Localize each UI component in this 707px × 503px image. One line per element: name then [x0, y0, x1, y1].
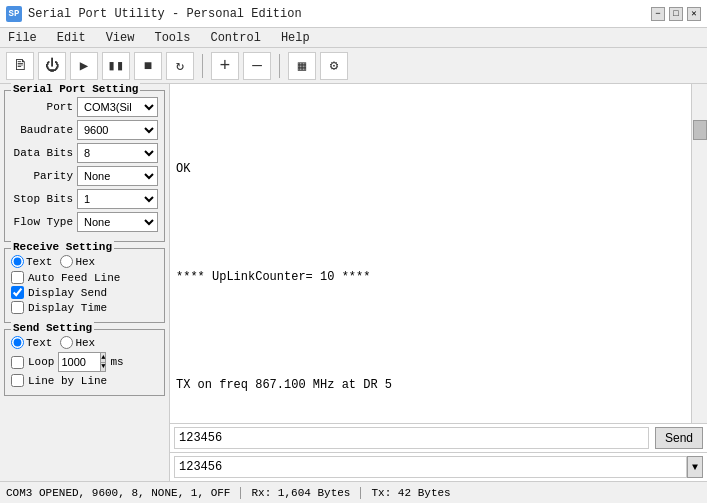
scrollbar[interactable]	[691, 84, 707, 423]
spinbox-down-button[interactable]: ▼	[100, 363, 105, 372]
toolbar-separator-2	[279, 54, 280, 78]
display-time-checkbox[interactable]	[11, 301, 24, 314]
play-button[interactable]: ▶	[70, 52, 98, 80]
port-label: Port	[11, 101, 73, 113]
send-setting-title: Send Setting	[11, 322, 94, 334]
bottom-input-row: ▼	[170, 453, 707, 481]
display-send-row: Display Send	[11, 286, 158, 299]
maximize-button[interactable]: □	[669, 7, 683, 21]
port-row: Port COM3(Sil	[11, 97, 158, 117]
output-line-ok: OK	[176, 160, 685, 178]
parity-row: Parity None	[11, 166, 158, 186]
new-document-button[interactable]: 🖹	[6, 52, 34, 80]
send-button[interactable]: Send	[655, 427, 703, 449]
output-line-tx: TX on freq 867.100 MHz at DR 5	[176, 376, 685, 394]
receive-setting-section: Receive Setting Text Hex Auto Feed Line …	[4, 248, 165, 323]
auto-feed-line-checkbox[interactable]	[11, 271, 24, 284]
record-button[interactable]: ⏻	[38, 52, 66, 80]
settings-button[interactable]: ⚙	[320, 52, 348, 80]
spinbox-up-button[interactable]: ▲	[100, 353, 105, 363]
send-text-radio[interactable]	[11, 336, 24, 349]
send-input[interactable]	[174, 427, 649, 449]
display-time-label: Display Time	[28, 302, 107, 314]
loop-label: Loop	[28, 356, 54, 368]
menu-bar: File Edit View Tools Control Help	[0, 28, 707, 48]
bottom-input[interactable]	[174, 456, 687, 478]
menu-file[interactable]: File	[4, 30, 41, 46]
display-time-row: Display Time	[11, 301, 158, 314]
send-hex-radio[interactable]	[60, 336, 73, 349]
spinbox-buttons: ▲ ▼	[100, 353, 105, 371]
bottom-dropdown-button[interactable]: ▼	[687, 456, 703, 478]
menu-edit[interactable]: Edit	[53, 30, 90, 46]
receive-hex-radio-label[interactable]: Hex	[60, 255, 95, 268]
baudrate-row: Baudrate 9600	[11, 120, 158, 140]
loop-checkbox[interactable]	[11, 356, 24, 369]
port-select[interactable]: COM3(Sil	[77, 97, 158, 117]
title-bar-controls: − □ ✕	[651, 7, 701, 21]
port-status: COM3 OPENED, 9600, 8, NONE, 1, OFF	[6, 487, 241, 499]
output-line-uplink: **** UpLinkCounter= 10 ****	[176, 268, 685, 286]
output-area[interactable]: OK **** UpLinkCounter= 10 **** TX on fre…	[170, 84, 707, 424]
window-title: Serial Port Utility - Personal Edition	[28, 7, 302, 21]
parity-select[interactable]: None	[77, 166, 158, 186]
receive-format-radio-group: Text Hex	[11, 255, 158, 268]
receive-text-radio[interactable]	[11, 255, 24, 268]
baudrate-select[interactable]: 9600	[77, 120, 158, 140]
scrollbar-thumb[interactable]	[693, 120, 707, 140]
loop-input[interactable]	[59, 356, 100, 368]
ms-label: ms	[110, 356, 123, 368]
serial-port-setting-title: Serial Port Setting	[11, 83, 140, 95]
line-by-line-checkbox[interactable]	[11, 374, 24, 387]
receive-hex-radio[interactable]	[60, 255, 73, 268]
receive-text-radio-label[interactable]: Text	[11, 255, 52, 268]
flow-type-label: Flow Type	[11, 216, 73, 228]
left-panel: Serial Port Setting Port COM3(Sil Baudra…	[0, 84, 170, 481]
receive-setting-title: Receive Setting	[11, 241, 114, 253]
send-setting-section: Send Setting Text Hex Loop ▲	[4, 329, 165, 396]
baudrate-label: Baudrate	[11, 124, 73, 136]
stop-bits-label: Stop Bits	[11, 193, 73, 205]
status-bar: COM3 OPENED, 9600, 8, NONE, 1, OFF Rx: 1…	[0, 481, 707, 503]
refresh-button[interactable]: ↻	[166, 52, 194, 80]
serial-port-setting-section: Serial Port Setting Port COM3(Sil Baudra…	[4, 90, 165, 242]
display-send-checkbox[interactable]	[11, 286, 24, 299]
send-text-radio-label[interactable]: Text	[11, 336, 52, 349]
menu-view[interactable]: View	[102, 30, 139, 46]
close-button[interactable]: ✕	[687, 7, 701, 21]
auto-feed-line-label: Auto Feed Line	[28, 272, 120, 284]
data-bits-label: Data Bits	[11, 147, 73, 159]
minimize-button[interactable]: −	[651, 7, 665, 21]
toolbar: 🖹 ⏻ ▶ ▮▮ ■ ↻ + ― ▦ ⚙	[0, 48, 707, 84]
send-hex-radio-label[interactable]: Hex	[60, 336, 95, 349]
parity-label: Parity	[11, 170, 73, 182]
menu-tools[interactable]: Tools	[150, 30, 194, 46]
stop-button[interactable]: ■	[134, 52, 162, 80]
tx-status: Tx: 42 Bytes	[371, 487, 450, 499]
flow-type-select[interactable]: None	[77, 212, 158, 232]
auto-feed-line-row: Auto Feed Line	[11, 271, 158, 284]
toolbar-separator-1	[202, 54, 203, 78]
send-format-radio-group: Text Hex	[11, 336, 158, 349]
main-area: Serial Port Setting Port COM3(Sil Baudra…	[0, 84, 707, 481]
app-icon: SP	[6, 6, 22, 22]
loop-row: Loop ▲ ▼ ms	[11, 352, 158, 372]
menu-help[interactable]: Help	[277, 30, 314, 46]
data-bits-select[interactable]: 8	[77, 143, 158, 163]
loop-spinbox[interactable]: ▲ ▼	[58, 352, 106, 372]
output-line-blank1	[176, 214, 685, 232]
add-button[interactable]: +	[211, 52, 239, 80]
window-button[interactable]: ▦	[288, 52, 316, 80]
stop-bits-select[interactable]: 1	[77, 189, 158, 209]
send-row: Send	[170, 424, 707, 453]
pause-button[interactable]: ▮▮	[102, 52, 130, 80]
flow-type-row: Flow Type None	[11, 212, 158, 232]
line-button[interactable]: ―	[243, 52, 271, 80]
menu-control[interactable]: Control	[206, 30, 264, 46]
display-send-label: Display Send	[28, 287, 107, 299]
rx-status: Rx: 1,604 Bytes	[251, 487, 361, 499]
right-panel: OK **** UpLinkCounter= 10 **** TX on fre…	[170, 84, 707, 481]
line-by-line-label: Line by Line	[28, 375, 107, 387]
title-bar-left: SP Serial Port Utility - Personal Editio…	[6, 6, 302, 22]
title-bar: SP Serial Port Utility - Personal Editio…	[0, 0, 707, 28]
